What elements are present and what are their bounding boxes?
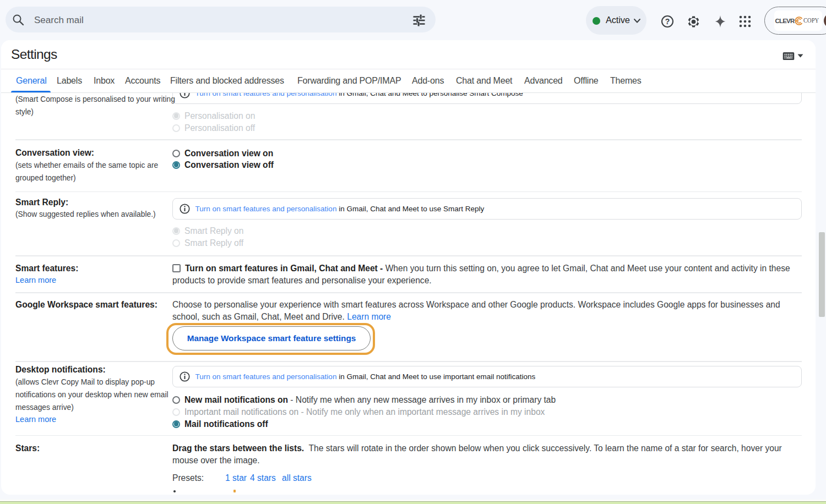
svg-text:?: ? [665,17,670,26]
